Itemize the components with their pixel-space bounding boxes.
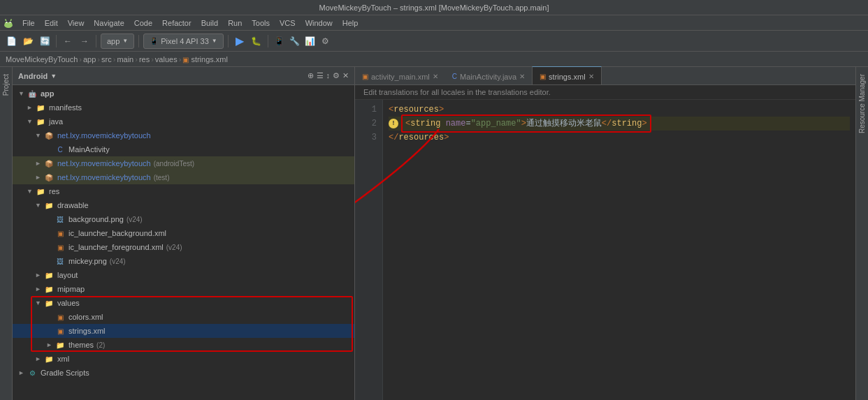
toolbar: 📄 📂 🔄 ← → app ▼ 📱 Pixel 4 API 33 ▼ ▶ 🐛 📱… [0,31,868,52]
panel-icon-locate[interactable]: ⊕ [308,71,314,80]
tree-arrow-pkg-main: ▼ [35,132,43,139]
sync-btn[interactable]: 🔄 [38,34,52,48]
profile-btn[interactable]: 📊 [303,34,317,48]
menu-refactor[interactable]: Refactor [158,17,196,29]
tree-container[interactable]: ▼ 🤖 app ► 📁 manifests ▼ 📁 java ▼ [13,85,354,400]
tree-item-drawable[interactable]: ▼ 📁 drawable [13,198,354,212]
menu-vcs[interactable]: VCS [275,17,300,29]
debug-btn[interactable]: 🐛 [249,34,263,48]
project-side-tab[interactable]: Project [1,70,11,100]
tree-arrow-mipmap: ► [35,286,43,292]
code-line-3: </resources> [389,131,850,145]
menu-view[interactable]: View [64,17,89,29]
tree-arrow-java: ▼ [27,118,35,125]
menu-edit[interactable]: Edit [41,17,62,29]
tree-label-layout: layout [57,271,78,279]
tab-close-strings-xml[interactable]: ✕ [588,73,594,80]
tree-label-colors-xml: colors.xml [68,313,103,321]
tree-item-ic-fg-xml[interactable]: ▣ ic_launcher_foreground.xml (v24) [13,240,354,254]
tree-label-ic-fg-xml: ic_launcher_foreground.xml [68,243,164,251]
forward-btn[interactable]: → [78,34,92,48]
tab-close-mainactivity[interactable]: ✕ [519,73,525,80]
title-bar: MoveMickeyByTouch – strings.xml [MoveMic… [0,0,868,15]
tab-activity-main[interactable]: ▣ activity_main.xml ✕ [355,66,445,84]
tab-label-mainactivity: MainActivity.java [460,73,516,81]
tree-label-mickey-v24: (v24) [110,258,126,265]
tab-label-strings-xml: strings.xml [549,73,586,81]
breadcrumb-filename[interactable]: strings.xml [191,55,228,64]
xml-icon1: ▣ [55,228,66,238]
title-text: MoveMickeyByTouch – strings.xml [MoveMic… [319,3,549,12]
breadcrumb-res[interactable]: res [139,55,150,64]
tree-label-drawable: drawable [57,201,89,209]
breadcrumb-project[interactable]: MoveMickeyByTouch [6,55,78,64]
tree-item-themes[interactable]: ► 📁 themes (2) [13,338,354,352]
file-icon: ▣ [182,56,189,64]
menu-window[interactable]: Window [301,17,337,29]
breadcrumb: MoveMickeyByTouch › app › src › main › r… [0,52,868,67]
code-editor[interactable]: 1 2 3 <resources> ! <string name="app_na… [355,100,855,400]
tab-strings-xml[interactable]: ▣ strings.xml ✕ [532,66,602,84]
panel-icon-close[interactable]: ✕ [342,71,349,80]
panel-icon-collapse[interactable]: ☰ [317,71,324,80]
code-line-2: ! <string name="app_name">通过触摸移动米老鼠</str… [389,117,850,131]
panel-dropdown-icon[interactable]: ▼ [50,73,57,80]
menu-build[interactable]: Build [197,17,222,29]
side-tabs-right: Resource Manager [855,67,868,400]
tree-item-gradle[interactable]: ► ⚙ Gradle Scripts [13,366,354,380]
app-selector[interactable]: app ▼ [101,34,134,49]
tree-item-app[interactable]: ▼ 🤖 app [13,87,354,101]
tab-close-activity-main[interactable]: ✕ [433,73,438,80]
breadcrumb-values[interactable]: values [155,55,178,64]
tree-label-manifests: manifests [49,103,82,112]
menu-file[interactable]: File [18,17,39,29]
settings-btn[interactable]: ⚙ [319,34,333,48]
run-btn[interactable]: ▶ [233,34,247,48]
tree-item-java[interactable]: ▼ 📁 java [13,114,354,128]
open-btn[interactable]: 📂 [21,34,35,48]
sep5 [268,35,268,47]
tree-label-mickey-png: mickey.png [68,257,107,265]
tree-item-layout[interactable]: ► 📁 layout [13,268,354,282]
code-content[interactable]: <resources> ! <string name="app_name">通过… [383,100,855,400]
sdk-btn[interactable]: 🔧 [288,34,302,48]
menu-run[interactable]: Run [224,17,246,29]
tree-item-pkg-test[interactable]: ► 📦 net.lxy.movemickeybytouch (test) [13,170,354,184]
breadcrumb-main[interactable]: main [117,55,133,64]
menu-code[interactable]: Code [130,17,157,29]
menu-tools[interactable]: Tools [247,17,274,29]
menu-navigate[interactable]: Navigate [89,17,128,29]
tree-item-ic-bg-xml[interactable]: ▣ ic_launcher_background.xml [13,226,354,240]
layout-folder-icon: 📁 [43,270,55,280]
tree-item-mickey-png[interactable]: 🖼 mickey.png (v24) [13,254,354,268]
panel-icon-sort[interactable]: ↕ [326,71,331,80]
warning-icon: ! [389,119,398,128]
tree-item-bg-png[interactable]: 🖼 background.png (v24) [13,212,354,226]
device-selector[interactable]: 📱 Pixel 4 API 33 ▼ [143,34,223,49]
tree-item-values[interactable]: ▼ 📁 values [13,296,354,310]
avd-btn[interactable]: 📱 [273,34,287,48]
tree-item-pkg-androidtest[interactable]: ► 📦 net.lxy.movemickeybytouch (androidTe… [13,156,354,170]
resource-manager-tab[interactable]: Resource Manager [857,70,867,138]
editor-hint-bar: Edit translations for all locales in the… [355,85,855,100]
menu-help[interactable]: Help [338,17,363,29]
new-file-btn[interactable]: 📄 [4,34,18,48]
tree-item-colors-xml[interactable]: ▣ colors.xml [13,310,354,324]
breadcrumb-src[interactable]: src [101,55,112,64]
tree-label-themes-extra: (2) [96,341,105,349]
tree-item-pkg-main[interactable]: ▼ 📦 net.lxy.movemickeybytouch [13,128,354,142]
tree-item-mainactivity[interactable]: C MainActivity [13,142,354,156]
tree-item-manifests[interactable]: ► 📁 manifests [13,101,354,114]
tree-item-strings-xml[interactable]: ▣ strings.xml [13,324,354,338]
breadcrumb-file: ▣ strings.xml [182,55,228,64]
tree-item-mipmap[interactable]: ► 📁 mipmap [13,282,354,296]
tree-item-xml-folder[interactable]: ► 📁 xml [13,352,354,366]
panel-icon-settings[interactable]: ⚙ [333,71,340,80]
breadcrumb-app[interactable]: app [83,55,96,64]
tree-item-res[interactable]: ▼ 📁 res [13,184,354,198]
tree-label-mipmap: mipmap [57,285,85,293]
tab-mainactivity[interactable]: C MainActivity.java ✕ [445,66,532,84]
tree-arrow-gradle: ► [18,369,27,376]
panel-title: Android [18,72,48,80]
back-btn[interactable]: ← [61,34,75,48]
